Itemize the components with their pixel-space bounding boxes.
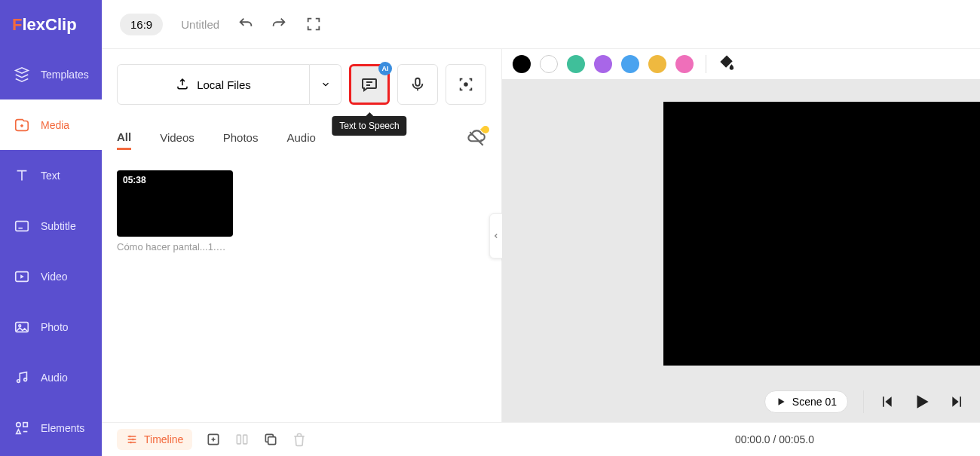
text-icon <box>14 167 30 184</box>
svg-rect-8 <box>415 78 420 86</box>
photo-icon <box>14 319 30 335</box>
tts-tooltip: Text to Speech <box>332 116 406 136</box>
split-button[interactable] <box>234 432 250 447</box>
sidebar-item-video[interactable]: Video <box>0 251 102 301</box>
screen-record-icon <box>458 76 474 93</box>
next-button[interactable] <box>950 394 965 409</box>
media-duration: 05:38 <box>123 175 146 185</box>
duplicate-button[interactable] <box>263 432 278 447</box>
color-swatch-blue[interactable] <box>621 55 639 73</box>
svg-rect-7 <box>23 422 28 427</box>
color-swatch-purple[interactable] <box>594 55 612 73</box>
main: 16:9 Untitled Local Files <box>102 0 980 456</box>
templates-icon <box>14 66 30 83</box>
sidebar-label: Subtitle <box>41 220 76 232</box>
chevron-down-icon <box>320 79 331 90</box>
color-swatch-teal[interactable] <box>567 55 585 73</box>
media-tabs: All Videos Photos Audio <box>117 129 486 151</box>
sidebar-label: Elements <box>41 422 84 434</box>
sidebar-label: Media <box>41 119 69 131</box>
svg-rect-13 <box>268 437 276 445</box>
scene-selector[interactable]: Scene 01 <box>764 390 848 413</box>
tab-audio[interactable]: Audio <box>286 131 315 148</box>
sidebar-label: Audio <box>41 372 68 384</box>
brand-lead: F <box>12 15 22 35</box>
sidebar-item-media[interactable]: Media <box>0 99 102 150</box>
aspect-ratio-selector[interactable]: 16:9 <box>120 14 163 35</box>
color-swatch-white[interactable] <box>540 55 558 73</box>
timeline-icon <box>126 433 138 445</box>
add-scene-button[interactable] <box>206 432 221 447</box>
text-to-speech-button[interactable]: AI Text to Speech <box>349 64 390 105</box>
sidebar-label: Photo <box>41 321 69 333</box>
canvas[interactable] <box>663 102 980 366</box>
local-files-label: Local Files <box>197 78 251 91</box>
media-filename: Cómo hacer pantal...1.mp4 <box>117 241 233 252</box>
prev-button[interactable] <box>879 394 894 409</box>
play-controls <box>879 392 965 412</box>
svg-rect-12 <box>243 435 247 444</box>
timeline-label: Timeline <box>144 433 183 445</box>
media-thumbnail[interactable]: 05:38 <box>117 170 233 237</box>
elements-icon <box>14 420 30 436</box>
ai-badge: AI <box>378 62 392 75</box>
svg-point-4 <box>17 379 20 382</box>
svg-point-5 <box>24 378 27 381</box>
upload-dropdown-button[interactable] <box>310 64 341 105</box>
divider <box>706 55 706 73</box>
brand-logo: FlexClip <box>0 0 102 49</box>
media-panel: Local Files AI Text to Speech Al <box>102 49 501 422</box>
record-voice-button[interactable] <box>397 64 438 105</box>
cloud-sync-icon[interactable] <box>467 129 486 151</box>
play-small-icon <box>776 396 786 407</box>
svg-rect-11 <box>237 435 241 444</box>
record-screen-button[interactable] <box>446 64 486 105</box>
sidebar-item-elements[interactable]: Elements <box>0 402 102 453</box>
media-item[interactable]: 05:38 Cómo hacer pantal...1.mp4 <box>117 170 233 252</box>
sidebar: FlexClip Templates Media Text Subtitle V… <box>0 0 102 456</box>
sidebar-item-templates[interactable]: Templates <box>0 49 102 99</box>
media-grid: 05:38 Cómo hacer pantal...1.mp4 <box>117 170 486 252</box>
color-swatch-yellow[interactable] <box>648 55 666 73</box>
fill-bucket-icon[interactable] <box>718 54 735 74</box>
chevron-left-icon <box>492 232 500 240</box>
topbar: 16:9 Untitled <box>102 0 980 49</box>
fullscreen-icon[interactable] <box>305 16 322 32</box>
sidebar-label: Templates <box>41 69 89 81</box>
divider <box>863 390 864 413</box>
tab-videos[interactable]: Videos <box>160 131 194 148</box>
timeline-toggle[interactable]: Timeline <box>117 429 192 450</box>
upload-row: Local Files AI Text to Speech <box>117 64 486 105</box>
tab-photos[interactable]: Photos <box>223 131 259 148</box>
svg-rect-0 <box>16 221 29 231</box>
sidebar-label: Text <box>41 170 60 182</box>
workspace: Local Files AI Text to Speech Al <box>102 49 980 422</box>
sidebar-label: Video <box>41 271 68 283</box>
local-files-button[interactable]: Local Files <box>117 64 310 105</box>
color-swatch-pink[interactable] <box>675 55 694 73</box>
bottombar: Timeline 00:00.0 / 00:05.0 <box>102 422 980 456</box>
upload-icon <box>176 77 189 93</box>
tab-all[interactable]: All <box>117 130 131 150</box>
chat-bubble-icon <box>360 75 378 93</box>
preview-column: Scene 01 <box>501 49 980 422</box>
sidebar-item-audio[interactable]: Audio <box>0 352 102 402</box>
canvas-area[interactable]: Scene 01 <box>502 79 980 422</box>
media-icon <box>14 117 30 133</box>
svg-point-9 <box>464 82 468 87</box>
delete-button[interactable] <box>292 432 307 447</box>
play-button[interactable] <box>912 392 932 412</box>
timecode: 00:00.0 / 00:05.0 <box>735 433 814 445</box>
audio-icon <box>14 369 30 386</box>
scene-label: Scene 01 <box>792 396 837 408</box>
sidebar-item-subtitle[interactable]: Subtitle <box>0 200 102 251</box>
sidebar-item-photo[interactable]: Photo <box>0 301 102 352</box>
video-icon <box>14 268 30 285</box>
color-swatch-black[interactable] <box>513 55 531 73</box>
sidebar-item-text[interactable]: Text <box>0 150 102 200</box>
redo-icon[interactable] <box>271 16 287 32</box>
project-title[interactable]: Untitled <box>181 18 219 31</box>
panel-collapse-handle[interactable] <box>489 213 503 259</box>
undo-icon[interactable] <box>237 16 254 32</box>
svg-point-3 <box>19 324 21 326</box>
